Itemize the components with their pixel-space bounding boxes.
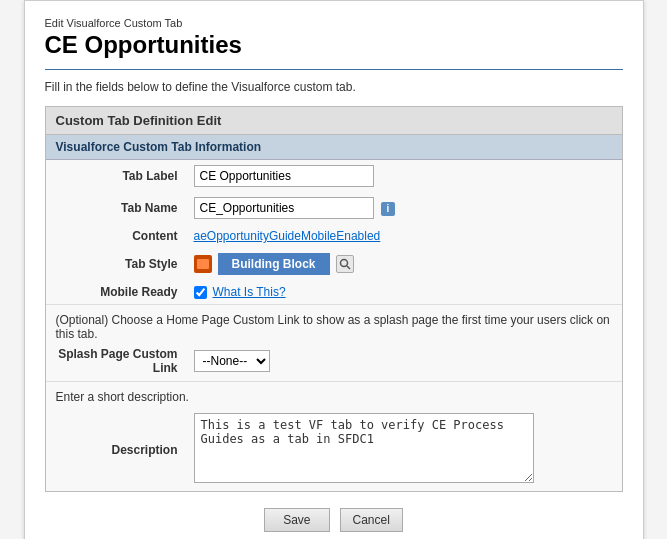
svg-line-1 xyxy=(347,266,350,269)
section-header: Custom Tab Definition Edit xyxy=(46,107,622,135)
subsection-header: Visualforce Custom Tab Information xyxy=(46,135,622,160)
mobile-ready-row: Mobile Ready What Is This? xyxy=(46,280,622,304)
cancel-button[interactable]: Cancel xyxy=(340,508,403,532)
description-row: Description This is a test VF tab to ver… xyxy=(46,408,622,491)
edit-label: Edit Visualforce Custom Tab xyxy=(45,17,623,29)
desc-table: Description This is a test VF tab to ver… xyxy=(46,408,622,491)
splash-label: Splash Page Custom Link xyxy=(46,345,186,381)
svg-point-0 xyxy=(340,260,347,267)
tab-style-container: Building Block xyxy=(194,253,614,275)
content-label: Content xyxy=(46,224,186,248)
tab-name-input[interactable] xyxy=(194,197,374,219)
divider xyxy=(45,69,623,70)
tab-style-button[interactable]: Building Block xyxy=(218,253,330,275)
tab-style-value-cell: Building Block xyxy=(186,248,622,280)
tab-style-search-icon[interactable] xyxy=(336,255,354,273)
tab-icon-inner xyxy=(197,259,209,269)
tab-label-label: Tab Label xyxy=(46,160,186,192)
main-container: Edit Visualforce Custom Tab CE Opportuni… xyxy=(24,0,644,539)
content-link[interactable]: aeOpportunityGuideMobileEnabled xyxy=(194,229,381,243)
mobile-ready-container: What Is This? xyxy=(194,285,614,299)
bottom-buttons: Save Cancel xyxy=(45,508,623,532)
splash-row: Splash Page Custom Link --None-- Option … xyxy=(46,345,622,381)
form-table: Tab Label Tab Name i Content aeOpportuni… xyxy=(46,160,622,304)
tab-label-row: Tab Label xyxy=(46,160,622,192)
tab-style-label: Tab Style xyxy=(46,248,186,280)
tab-name-value-cell: i xyxy=(186,192,622,224)
mobile-ready-label: Mobile Ready xyxy=(46,280,186,304)
tab-name-label: Tab Name xyxy=(46,192,186,224)
tab-style-row: Tab Style Building Block xyxy=(46,248,622,280)
section-box: Custom Tab Definition Edit Visualforce C… xyxy=(45,106,623,492)
tab-style-icon xyxy=(194,255,212,273)
info-icon[interactable]: i xyxy=(381,202,395,216)
splash-table: Splash Page Custom Link --None-- Option … xyxy=(46,345,622,381)
tab-label-input[interactable] xyxy=(194,165,374,187)
mobile-ready-checkbox[interactable] xyxy=(194,286,207,299)
content-row: Content aeOpportunityGuideMobileEnabled xyxy=(46,224,622,248)
content-value-cell: aeOpportunityGuideMobileEnabled xyxy=(186,224,622,248)
optional-note: (Optional) Choose a Home Page Custom Lin… xyxy=(46,304,622,345)
tab-name-row: Tab Name i xyxy=(46,192,622,224)
splash-select[interactable]: --None-- Option 1 Option 2 xyxy=(194,350,270,372)
splash-value-cell: --None-- Option 1 Option 2 xyxy=(186,345,622,381)
description-value-cell: This is a test VF tab to verify CE Proce… xyxy=(186,408,622,491)
page-title: CE Opportunities xyxy=(45,31,623,59)
tab-label-value-cell xyxy=(186,160,622,192)
description-label: Description xyxy=(46,408,186,491)
description-text: Fill in the fields below to define the V… xyxy=(45,80,623,94)
short-desc-note: Enter a short description. xyxy=(46,381,622,408)
description-textarea[interactable]: This is a test VF tab to verify CE Proce… xyxy=(194,413,534,483)
mobile-ready-value-cell: What Is This? xyxy=(186,280,622,304)
save-button[interactable]: Save xyxy=(264,508,329,532)
what-is-this-link[interactable]: What Is This? xyxy=(213,285,286,299)
